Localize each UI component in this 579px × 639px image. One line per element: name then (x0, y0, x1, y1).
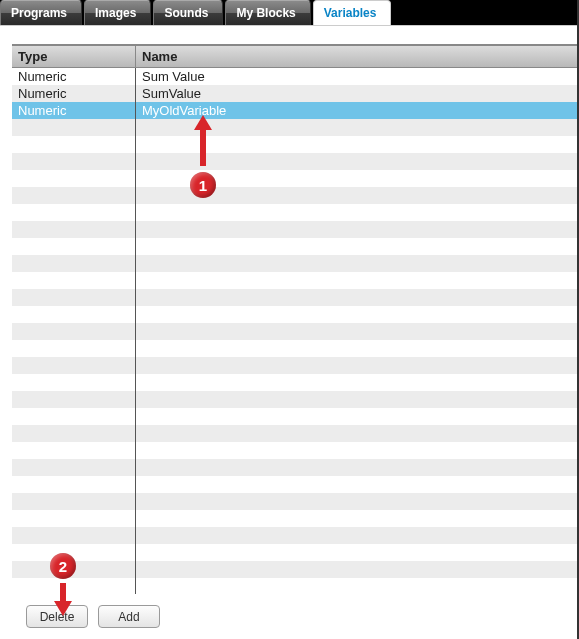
table-row-type (12, 340, 135, 357)
table-row-name (136, 221, 577, 238)
table-row-type (12, 442, 135, 459)
table-row-type (12, 238, 135, 255)
table-row-type (12, 459, 135, 476)
table-row-name (136, 306, 577, 323)
table-row-name (136, 442, 577, 459)
table-row-name (136, 561, 577, 578)
tab-sounds[interactable]: Sounds (153, 0, 223, 25)
table-row-type (12, 306, 135, 323)
table-row-name (136, 391, 577, 408)
table-row-type (12, 510, 135, 527)
tab-variables[interactable]: Variables (313, 0, 392, 25)
table-row-type (12, 221, 135, 238)
table-body: NumericNumericNumeric Sum ValueSumValueM… (12, 68, 577, 594)
name-column: Sum ValueSumValueMyOldVariable (136, 68, 577, 594)
table-row-name (136, 289, 577, 306)
table-row-name[interactable]: Sum Value (136, 68, 577, 85)
table-row-type (12, 391, 135, 408)
delete-button[interactable]: Delete (26, 605, 88, 628)
add-button[interactable]: Add (98, 605, 160, 628)
table-row-type (12, 119, 135, 136)
table-row-name (136, 425, 577, 442)
table-row-type (12, 323, 135, 340)
table-row-type (12, 272, 135, 289)
table-row-name (136, 493, 577, 510)
button-bar: Delete Add (12, 594, 577, 639)
table-row-type (12, 136, 135, 153)
table-row-type (12, 289, 135, 306)
table-row-type (12, 476, 135, 493)
table-row-type[interactable]: Numeric (12, 85, 135, 102)
table-row-name (136, 187, 577, 204)
table-row-name (136, 459, 577, 476)
table-row-type (12, 170, 135, 187)
table-row-name (136, 153, 577, 170)
tab-programs[interactable]: Programs (0, 0, 82, 25)
table-row-name (136, 544, 577, 561)
type-column: NumericNumericNumeric (12, 68, 136, 594)
table-row-type (12, 204, 135, 221)
table-row-name (136, 255, 577, 272)
table-row-type (12, 374, 135, 391)
variables-pane: Type Name NumericNumericNumeric Sum Valu… (0, 25, 577, 639)
tab-bar: Programs Images Sounds My Blocks Variabl… (0, 0, 577, 25)
table-row-name[interactable]: MyOldVariable (136, 102, 577, 119)
table-row-type (12, 408, 135, 425)
table-row-name (136, 272, 577, 289)
table-row-type (12, 561, 135, 578)
table-row-type (12, 153, 135, 170)
tab-spacer (393, 0, 577, 25)
table-row-name (136, 510, 577, 527)
table-row-name (136, 408, 577, 425)
table-row-name[interactable]: SumValue (136, 85, 577, 102)
table-row-name (136, 374, 577, 391)
table-row-type (12, 255, 135, 272)
header-name[interactable]: Name (136, 46, 577, 67)
tab-myblocks[interactable]: My Blocks (225, 0, 310, 25)
table-row-type (12, 527, 135, 544)
table-row-type (12, 425, 135, 442)
table-row-type (12, 544, 135, 561)
table-row-type[interactable]: Numeric (12, 102, 135, 119)
table-row-name (136, 323, 577, 340)
table-row-name (136, 204, 577, 221)
table-row-name (136, 119, 577, 136)
tab-images[interactable]: Images (84, 0, 151, 25)
header-type[interactable]: Type (12, 46, 136, 67)
table-row-name (136, 340, 577, 357)
table-row-name (136, 357, 577, 374)
app-window: Programs Images Sounds My Blocks Variabl… (0, 0, 579, 639)
table-header: Type Name (12, 46, 577, 68)
table-row-type[interactable]: Numeric (12, 68, 135, 85)
table-row-type (12, 357, 135, 374)
table-row-name (136, 238, 577, 255)
table-row-name (136, 170, 577, 187)
table-row-name (136, 527, 577, 544)
table-row-name (136, 476, 577, 493)
table-row-type (12, 187, 135, 204)
table-row-type (12, 493, 135, 510)
table-row-name (136, 136, 577, 153)
variables-table: Type Name NumericNumericNumeric Sum Valu… (12, 44, 577, 594)
